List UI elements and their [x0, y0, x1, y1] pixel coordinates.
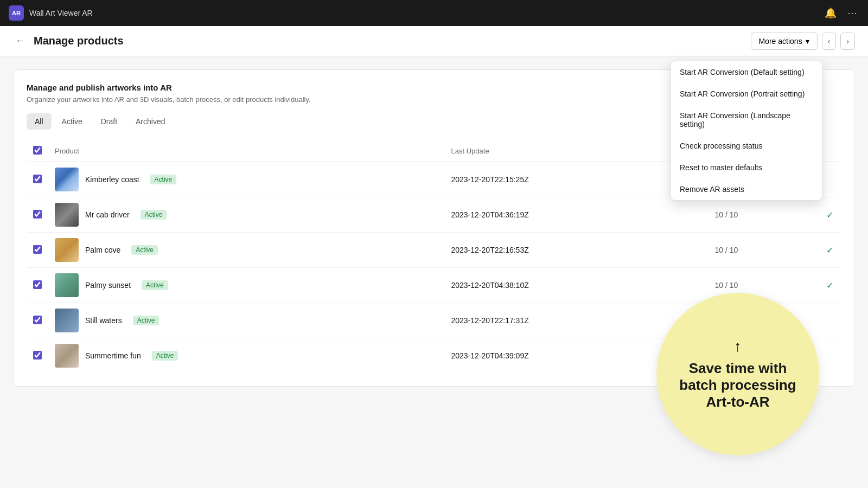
- row-checkbox-cell: [27, 338, 48, 374]
- col-status-icon: [820, 140, 841, 162]
- check-icon: ✓: [826, 210, 833, 220]
- dropdown-item-start-ar-landscape[interactable]: Start AR Conversion (Landscape setting): [671, 105, 822, 135]
- status-badge: Active: [150, 175, 177, 184]
- row-product-cell: Palm cove Active: [48, 233, 445, 268]
- row-checkbox[interactable]: [33, 316, 42, 324]
- status-badge: Active: [131, 245, 158, 255]
- row-date-cell: 2023-12-20T22:15:25Z: [445, 162, 709, 197]
- top-bar-right: 🔔 ⋯: [822, 5, 859, 21]
- chevron-down-icon: ▾: [806, 37, 809, 46]
- app-name: Wall Art Viewer AR: [29, 9, 93, 17]
- status-badge: Active: [152, 351, 178, 361]
- filter-tab-all[interactable]: All: [27, 113, 52, 130]
- nav-prev-button[interactable]: ‹: [822, 33, 837, 50]
- filter-tab-active[interactable]: Active: [54, 113, 91, 130]
- row-product-cell: Mr cab driver Active: [48, 197, 445, 233]
- status-badge: Active: [133, 316, 159, 325]
- table-row: Palmy sunset Active 2023-12-20T04:38:10Z…: [27, 268, 841, 303]
- row-check-cell: [820, 338, 841, 374]
- more-actions-dropdown: Start AR Conversion (Default setting) St…: [671, 61, 822, 201]
- row-checkbox[interactable]: [33, 351, 42, 359]
- row-checkbox-cell: [27, 303, 48, 338]
- table-row: Palm cove Active 2023-12-20T22:16:53Z 10…: [27, 233, 841, 268]
- product-name: Palm cove: [85, 246, 120, 254]
- row-checkbox[interactable]: [33, 210, 42, 219]
- col-checkbox: [27, 140, 48, 162]
- row-check-cell: [820, 303, 841, 338]
- row-date-cell: 2023-12-20T04:36:19Z: [445, 197, 709, 233]
- filter-tab-draft[interactable]: Draft: [93, 113, 125, 130]
- row-date-cell: 2023-12-20T22:16:53Z: [445, 233, 709, 268]
- col-product: Product: [48, 140, 445, 162]
- row-date-cell: 2023-12-20T22:17:31Z: [445, 303, 709, 338]
- check-icon: ✓: [826, 246, 833, 255]
- row-product-cell: Kimberley coast Active: [48, 162, 445, 197]
- more-options-icon[interactable]: ⋯: [845, 5, 859, 21]
- status-badge: Active: [141, 210, 167, 220]
- app-icon: AR: [9, 5, 24, 21]
- product-thumbnail: [55, 309, 79, 332]
- row-check-cell: ✓: [820, 233, 841, 268]
- notification-icon[interactable]: 🔔: [822, 5, 839, 21]
- row-variants-cell: 10 / 10: [708, 303, 820, 338]
- row-product-cell: Summertime fun Active: [48, 338, 445, 374]
- row-product-cell: Palmy sunset Active: [48, 268, 445, 303]
- row-checkbox-cell: [27, 268, 48, 303]
- table-row: Summertime fun Active 2023-12-20T04:39:0…: [27, 338, 841, 374]
- row-product-cell: Still waters Active: [48, 303, 445, 338]
- product-thumbnail: [55, 168, 79, 191]
- row-checkbox[interactable]: [33, 280, 42, 289]
- row-checkbox-cell: [27, 233, 48, 268]
- dropdown-item-reset-defaults[interactable]: Reset to master defaults: [671, 157, 822, 178]
- row-checkbox[interactable]: [33, 245, 42, 254]
- status-badge: Active: [142, 280, 168, 290]
- product-thumbnail: [55, 238, 79, 262]
- product-name: Mr cab driver: [85, 210, 130, 219]
- row-variants-cell: 10 / 10: [708, 268, 820, 303]
- back-button[interactable]: ←: [13, 33, 27, 49]
- table-row: Mr cab driver Active 2023-12-20T04:36:19…: [27, 197, 841, 233]
- dropdown-item-remove-assets[interactable]: Remove AR assets: [671, 178, 822, 200]
- row-check-cell: ✓: [820, 197, 841, 233]
- row-date-cell: 2023-12-20T04:38:10Z: [445, 268, 709, 303]
- page-header-left: ← Manage products: [13, 33, 124, 49]
- row-check-cell: [820, 162, 841, 197]
- table-row: Still waters Active 2023-12-20T22:17:31Z…: [27, 303, 841, 338]
- dropdown-item-start-ar-default[interactable]: Start AR Conversion (Default setting): [671, 61, 822, 83]
- row-checkbox-cell: [27, 162, 48, 197]
- product-name: Kimberley coast: [85, 175, 139, 184]
- row-date-cell: 2023-12-20T04:39:09Z: [445, 338, 709, 374]
- page-header: ← Manage products More actions ▾ ‹ › Sta…: [0, 26, 868, 56]
- product-name: Summertime fun: [85, 351, 141, 360]
- product-thumbnail: [55, 203, 79, 227]
- row-checkbox[interactable]: [33, 175, 42, 183]
- product-name: Palmy sunset: [85, 281, 131, 290]
- more-actions-button[interactable]: More actions ▾: [751, 33, 818, 50]
- select-all-checkbox[interactable]: [33, 146, 42, 155]
- product-thumbnail: [55, 344, 79, 368]
- product-thumbnail: [55, 273, 79, 297]
- check-icon: ✓: [826, 281, 833, 290]
- row-checkbox-cell: [27, 197, 48, 233]
- row-variants-cell: 10 / 10: [708, 233, 820, 268]
- row-variants-cell: 10 / 10: [708, 197, 820, 233]
- filter-tab-archived[interactable]: Archived: [127, 113, 173, 130]
- page-title: Manage products: [34, 35, 124, 47]
- dropdown-item-start-ar-portrait[interactable]: Start AR Conversion (Portrait setting): [671, 83, 822, 105]
- product-name: Still waters: [85, 316, 122, 325]
- top-bar-left: AR Wall Art Viewer AR: [9, 5, 93, 21]
- row-check-cell: ✓: [820, 268, 841, 303]
- nav-next-button[interactable]: ›: [840, 33, 855, 50]
- page-header-right: More actions ▾ ‹ › Start AR Conversion (…: [751, 33, 856, 50]
- col-last-update: Last Update: [445, 140, 709, 162]
- row-variants-cell: 10 / 10: [708, 338, 820, 374]
- top-bar: AR Wall Art Viewer AR 🔔 ⋯: [0, 0, 868, 26]
- dropdown-item-check-status[interactable]: Check processing status: [671, 135, 822, 157]
